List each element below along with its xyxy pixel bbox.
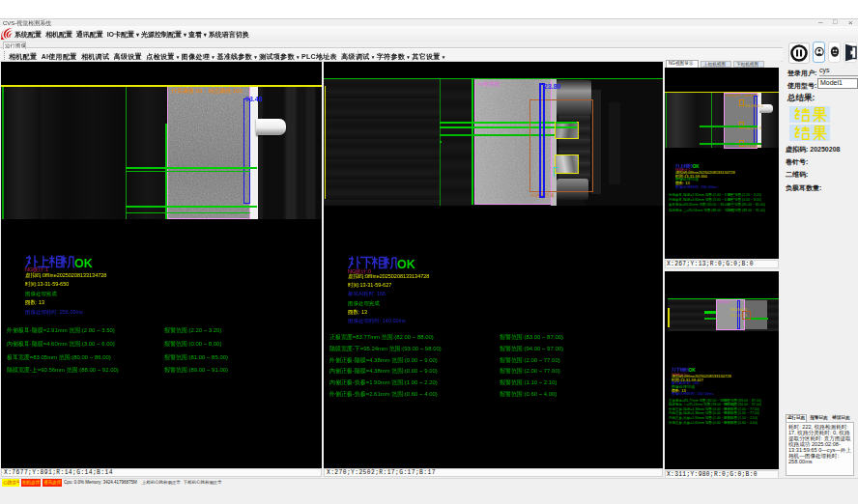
svg-text:OK: OK <box>74 257 93 269</box>
svg-text:OK: OK <box>397 258 415 270</box>
svg-text:OK: OK <box>693 164 701 169</box>
svg-text:OK: OK <box>689 368 697 373</box>
